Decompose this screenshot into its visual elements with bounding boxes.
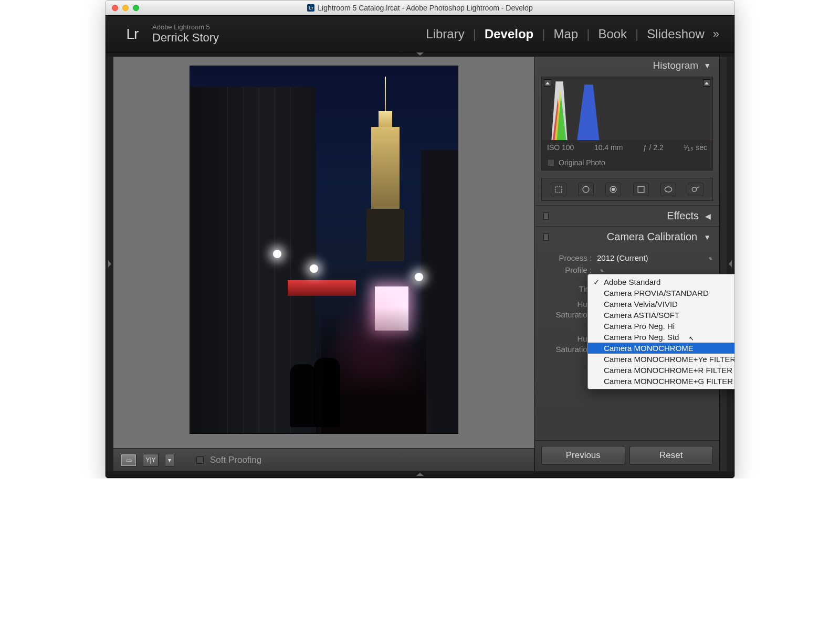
lr-document-icon: Lr <box>307 4 314 12</box>
spot-tool[interactable] <box>578 183 594 196</box>
profile-option[interactable]: Camera MONOCHROME+Ye FILTER <box>588 354 735 365</box>
shadows-tint-label: Tint <box>543 284 592 293</box>
right-panel-scrollbar[interactable] <box>719 57 727 471</box>
histogram-exif: ISO 100 10.4 mm ƒ / 2.2 ¹⁄₁₅ sec <box>542 140 712 155</box>
develop-tool-strip <box>541 178 713 201</box>
window-title: Lr Lightroom 5 Catalog.lrcat - Adobe Pho… <box>106 4 734 12</box>
identity-plate: Lr Adobe Lightroom 5 Derrick Story <box>121 23 219 46</box>
histogram-plot[interactable] <box>542 77 712 140</box>
preview-image[interactable] <box>190 66 458 433</box>
module-book[interactable]: Book <box>598 27 627 41</box>
module-map[interactable]: Map <box>553 27 578 41</box>
effects-title: Effects <box>667 210 699 222</box>
original-photo-label: Original Photo <box>559 158 605 167</box>
profile-option[interactable]: Camera MONOCHROME+R FILTER <box>588 365 735 376</box>
lr-logo-icon: Lr <box>121 23 144 46</box>
svg-point-3 <box>612 188 615 191</box>
histogram-header[interactable]: Histogram ▼ <box>535 57 719 75</box>
previous-button[interactable]: Previous <box>541 446 625 465</box>
process-dropdown[interactable]: 2012 (Current) <box>597 253 711 262</box>
exif-focal: 10.4 mm <box>594 143 623 152</box>
chevron-down-icon: ▼ <box>704 233 711 241</box>
chevron-left-icon: ◀ <box>705 212 711 220</box>
profile-option[interactable]: Camera Pro Neg. Std <box>588 332 735 343</box>
profile-dropdown-menu[interactable]: Adobe Standard Camera PROVIA/STANDARD Ca… <box>587 274 735 389</box>
left-panel-toggle[interactable] <box>106 57 113 471</box>
camera-calibration-header[interactable]: Camera Calibration ▼ <box>535 226 719 247</box>
canvas-area: ▭ Y|Y ▾ Soft Proofing <box>113 57 534 471</box>
profile-option[interactable]: Camera PROVIA/STANDARD <box>588 288 735 299</box>
minimize-window-button[interactable] <box>122 5 129 11</box>
chevron-down-icon: ▼ <box>704 61 711 70</box>
grad-tool[interactable] <box>633 183 649 196</box>
loupe-view-button[interactable]: ▭ <box>121 454 136 466</box>
green-hue-label: Hue <box>543 334 592 343</box>
filmstrip-toggle[interactable] <box>106 471 734 477</box>
svg-point-5 <box>665 187 671 192</box>
svg-point-1 <box>583 186 589 193</box>
brush-tool[interactable] <box>688 183 704 196</box>
calibration-switch[interactable] <box>543 233 549 241</box>
top-panel-toggle[interactable] <box>106 52 734 57</box>
original-photo-checkbox[interactable] <box>547 159 554 166</box>
module-slideshow[interactable]: Slideshow <box>647 27 704 41</box>
red-sat-label: Saturation <box>543 310 592 319</box>
app-body: Lr Adobe Lightroom 5 Derrick Story Libra… <box>106 15 734 478</box>
svg-rect-0 <box>555 186 562 193</box>
profile-option[interactable]: Camera Pro Neg. Hi <box>588 321 735 332</box>
profile-label: Profile : <box>543 265 592 274</box>
profile-option[interactable]: Camera MONOCHROME+G FILTER <box>588 376 735 387</box>
profile-option[interactable]: Camera Velvia/VIVID <box>588 299 735 310</box>
soft-proofing-label: Soft Proofing <box>210 455 261 465</box>
calibration-title: Camera Calibration <box>607 231 697 243</box>
profile-dropdown[interactable] <box>597 268 711 273</box>
module-library[interactable]: Library <box>426 27 464 41</box>
owner-name: Derrick Story <box>152 31 219 45</box>
module-more-icon[interactable]: » <box>713 27 719 41</box>
histogram-title: Histogram <box>653 60 699 71</box>
histogram-panel: ISO 100 10.4 mm ƒ / 2.2 ¹⁄₁₅ sec Origina… <box>541 77 713 171</box>
app-window: Lr Lightroom 5 Catalog.lrcat - Adobe Pho… <box>105 0 735 479</box>
radial-tool[interactable] <box>660 183 676 196</box>
profile-option[interactable]: Camera ASTIA/SOFT <box>588 310 735 321</box>
right-panel: Histogram ▼ <box>534 57 719 471</box>
module-develop[interactable]: Develop <box>485 27 533 41</box>
product-name: Adobe Lightroom 5 <box>152 23 219 31</box>
effects-header[interactable]: Effects ◀ <box>535 205 719 226</box>
module-picker: Library| Develop| Map| Book| Slideshow » <box>426 27 719 41</box>
canvas-toolbar: ▭ Y|Y ▾ Soft Proofing <box>113 448 534 471</box>
exif-iso: ISO 100 <box>547 143 574 152</box>
mac-titlebar: Lr Lightroom 5 Catalog.lrcat - Adobe Pho… <box>106 1 734 15</box>
before-after-menu-button[interactable]: ▾ <box>165 454 174 466</box>
crop-tool[interactable] <box>551 183 566 196</box>
exif-shutter: ¹⁄₁₅ sec <box>684 143 707 152</box>
reset-button[interactable]: Reset <box>629 446 713 465</box>
right-panel-footer: Previous Reset <box>535 440 719 471</box>
svg-point-6 <box>692 187 696 192</box>
red-hue-label: Hue <box>543 300 592 309</box>
before-after-lr-button[interactable]: Y|Y <box>143 454 159 466</box>
close-window-button[interactable] <box>112 5 118 11</box>
right-panel-toggle[interactable] <box>727 57 734 471</box>
redeye-tool[interactable] <box>605 183 621 196</box>
effects-switch[interactable] <box>543 212 549 220</box>
identity-plate-bar: Lr Adobe Lightroom 5 Derrick Story Libra… <box>106 16 734 52</box>
green-sat-label: Saturation <box>543 345 592 354</box>
profile-option[interactable]: Camera MONOCHROME <box>588 343 735 354</box>
soft-proofing-checkbox[interactable] <box>196 456 204 464</box>
svg-rect-4 <box>638 186 644 193</box>
process-label: Process : <box>543 253 592 262</box>
zoom-window-button[interactable] <box>133 5 139 11</box>
window-controls <box>106 5 139 11</box>
exif-aperture: ƒ / 2.2 <box>643 143 664 152</box>
profile-option[interactable]: Adobe Standard <box>588 277 735 288</box>
window-title-text: Lightroom 5 Catalog.lrcat - Adobe Photos… <box>318 4 532 12</box>
